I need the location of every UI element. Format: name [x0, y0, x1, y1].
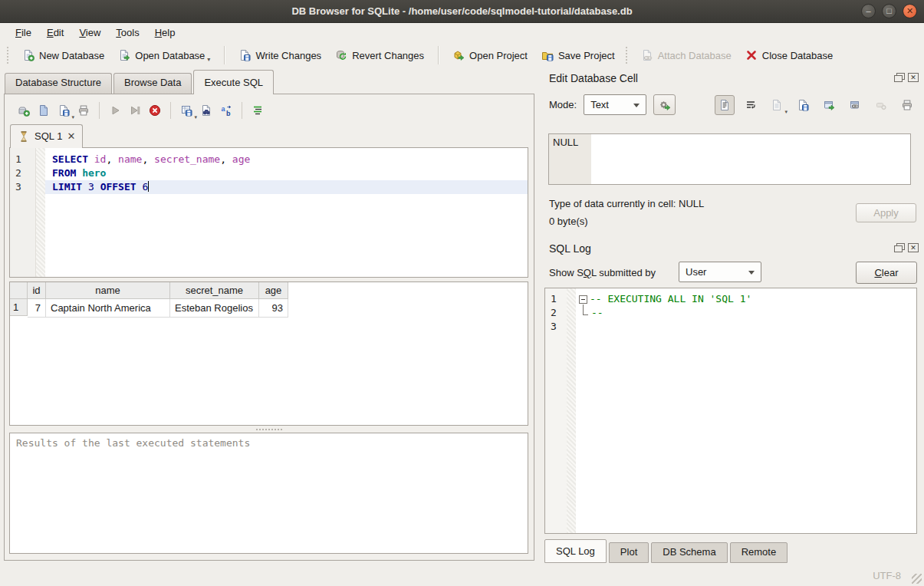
sql-code-editor[interactable]: 123 SELECT id, name, secret_name, ageFRO…	[9, 147, 528, 278]
close-button[interactable]: ✕	[903, 4, 917, 18]
execute-line-button[interactable]	[125, 100, 145, 120]
fold-collapse-icon[interactable]	[579, 295, 587, 304]
dock-tab-db-schema[interactable]: DB Schema	[651, 542, 727, 563]
mode-row: Mode: Text	[549, 94, 676, 115]
dock-tab-plot[interactable]: Plot	[609, 542, 649, 563]
sql-tab[interactable]: SQL 1 ✕	[10, 124, 83, 148]
sql-log-editor[interactable]: 123 -- EXECUTING ALL IN 'SQL 1'--	[544, 288, 917, 534]
cell-editor[interactable]: NULL	[548, 133, 911, 185]
log-text: -- EXECUTING ALL IN 'SQL 1'	[590, 292, 751, 306]
close-database-button[interactable]: Close Database	[738, 46, 840, 64]
dock-tab-sql-log[interactable]: SQL Log	[544, 539, 607, 563]
replace-text-icon: ab	[220, 104, 232, 117]
column-header-secret-name[interactable]: secret_name	[170, 282, 259, 299]
sql-editor-toolbar: ▾▾ab	[9, 97, 528, 123]
toolbar-separator	[438, 46, 439, 64]
execute-all-icon	[109, 104, 121, 117]
row-header-cell[interactable]: 1	[10, 299, 28, 316]
save-sql-file-button[interactable]: ▾	[54, 100, 74, 120]
format-lines-button[interactable]	[248, 100, 268, 120]
code-token	[82, 181, 88, 193]
code-token: OFFSET	[100, 181, 136, 193]
sql-tab-close-icon[interactable]: ✕	[67, 131, 75, 141]
mode-combobox[interactable]: Text	[584, 94, 646, 115]
grid-cell[interactable]: Captain North America	[46, 299, 170, 318]
open-url-button[interactable]	[845, 95, 865, 115]
minimize-button[interactable]: –	[861, 4, 876, 18]
new-database-label: New Database	[39, 50, 104, 61]
cell-null-value: NULL	[549, 134, 591, 184]
grid-cell[interactable]: 93	[259, 299, 288, 318]
new-sql-tab-button[interactable]	[14, 100, 34, 120]
find-button[interactable]	[196, 100, 216, 120]
code-token	[76, 167, 82, 179]
sql-log-dock-buttons: ✕	[894, 243, 919, 252]
set-null-button[interactable]	[871, 95, 891, 115]
apply-button[interactable]: Apply	[856, 203, 916, 222]
table-row: 17Captain North AmericaEsteban Rogelios9…	[10, 299, 528, 318]
code-line: FROM hero	[45, 166, 528, 180]
code-token: secret_name	[154, 153, 220, 165]
open-project-button[interactable]: Open Project	[446, 46, 534, 64]
print-button[interactable]	[74, 100, 94, 120]
tab-execute-sql[interactable]: Execute SQL	[193, 70, 274, 94]
mode-label: Mode:	[549, 99, 577, 110]
float-dock-icon[interactable]	[894, 243, 905, 252]
grid-cell[interactable]: 7	[28, 299, 46, 318]
stop-icon	[149, 104, 161, 117]
write-changes-label: Write Changes	[255, 50, 321, 61]
log-line-number-gutter: 123	[545, 288, 567, 533]
replace-text-button[interactable]: ab	[216, 100, 236, 120]
tab-browse-data[interactable]: Browse Data	[113, 73, 192, 94]
menu-file[interactable]: File	[8, 25, 39, 41]
write-changes-button[interactable]: Write Changes	[232, 46, 328, 64]
new-database-button[interactable]: New Database	[15, 46, 111, 64]
dropdown-caret-icon: ▾	[784, 109, 788, 115]
grid-cell[interactable]: Esteban Rogelios	[170, 299, 259, 318]
new-sql-tab-icon	[18, 104, 30, 117]
code-token: name	[118, 153, 142, 165]
menu-help[interactable]: Help	[147, 25, 183, 41]
save-project-label: Save Project	[558, 50, 615, 61]
toolbar-drag-handle[interactable]	[626, 47, 629, 64]
open-database-button[interactable]: Open Database▾	[111, 45, 217, 66]
sql-tabbar: SQL 1 ✕	[9, 123, 528, 147]
word-wrap-button[interactable]	[741, 95, 761, 115]
tab-database-structure[interactable]: Database Structure	[5, 73, 112, 94]
attach-database-label: Attach Database	[658, 50, 732, 61]
save-as-button[interactable]	[793, 95, 813, 115]
stop-button[interactable]	[145, 100, 165, 120]
auto-apply-button[interactable]	[653, 94, 676, 115]
horizontal-splitter[interactable]	[9, 426, 528, 433]
resize-grip-icon[interactable]	[912, 574, 922, 584]
float-dock-icon[interactable]	[894, 73, 905, 82]
menu-view[interactable]: View	[71, 25, 108, 41]
execute-all-button[interactable]	[105, 100, 125, 120]
dock-tab-remote[interactable]: Remote	[730, 542, 788, 563]
column-header-id[interactable]: id	[28, 282, 46, 299]
new-database-icon	[22, 49, 35, 61]
column-header-name[interactable]: name	[46, 282, 170, 299]
grid-corner-cell[interactable]	[10, 282, 28, 299]
code-line: SELECT id, name, secret_name, age	[45, 153, 528, 166]
export-results-button[interactable]: ▾	[176, 100, 196, 120]
code-token	[88, 153, 94, 165]
maximize-button[interactable]: □	[882, 4, 896, 18]
cell-editor-toolbar: ▾	[715, 95, 917, 115]
column-header-age[interactable]: age	[259, 282, 288, 299]
open-file-button[interactable]: ▾	[767, 95, 787, 115]
export-cell-button[interactable]	[819, 95, 839, 115]
close-dock-icon[interactable]: ✕	[908, 243, 919, 252]
save-project-button[interactable]: Save Project	[534, 46, 622, 64]
revert-changes-button[interactable]: Revert Changes	[328, 46, 431, 64]
log-filter-combobox[interactable]: User	[679, 262, 761, 282]
text-document-button[interactable]	[715, 95, 735, 115]
menu-edit[interactable]: Edit	[39, 25, 71, 41]
clear-button[interactable]: Clear	[856, 262, 917, 284]
open-sql-file-button[interactable]	[34, 100, 54, 120]
toolbar-drag-handle[interactable]	[7, 47, 10, 64]
print-button[interactable]	[897, 95, 917, 115]
attach-database-icon	[641, 49, 653, 61]
menu-tools[interactable]: Tools	[108, 25, 146, 41]
close-dock-icon[interactable]: ✕	[908, 73, 919, 82]
